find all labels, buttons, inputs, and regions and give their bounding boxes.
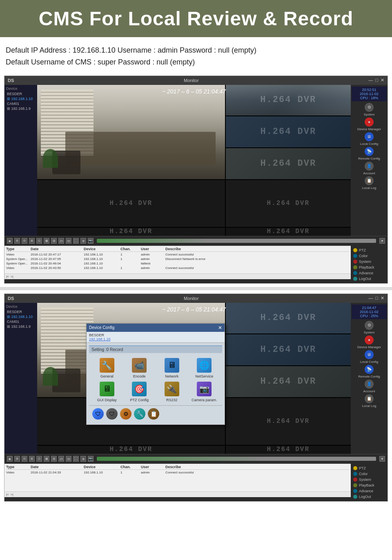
cms2-besder[interactable]: BESDER [6,309,36,314]
cms1-device2[interactable]: ⊞ 192.168.1.9 [6,106,36,111]
cms1-tb-grid4[interactable]: ⊡ [36,238,42,244]
cms2-advance-btn[interactable]: Advance [352,488,387,494]
cms1-btn-system[interactable]: ⚙ System [352,103,387,116]
cms2-dialog-inner-title: Setting :0 Record [89,345,222,353]
cms2-icon-network[interactable]: 🖥 Network [157,358,187,378]
cms1-btn-remote-config[interactable]: 📡 Remote Config [352,147,387,160]
cms2-system2-btn[interactable]: System [352,477,387,482]
cms2-device2[interactable]: ⊞ 192.168.1.9 [6,324,36,329]
cms1-tb-stop[interactable]: ■ [7,238,13,244]
cms2-tb-record[interactable]: ⊗ [80,456,86,462]
cms1-tb-grid6[interactable]: ▤ [51,238,57,244]
cms1-tb-scroll[interactable]: ▼ [379,238,385,244]
cms2-log-row1: Video 2016-11-02 21:04:33 192.168.1.10 1… [6,470,349,475]
cms2-controls[interactable]: — □ ✕ [368,296,384,301]
cms2-tb-stop[interactable]: ■ [7,456,13,462]
cms2-progress-bar[interactable] [97,457,376,461]
cms2-tb-grid1[interactable]: ⊞ [14,456,20,462]
cms2-btn-local-config[interactable]: 🖥 Local Config [352,350,387,364]
cms1-tb-grid2[interactable]: ⊟ [22,238,27,244]
cms2-tb-grid3[interactable]: ⊠ [29,456,35,462]
cms1-ptz-btn[interactable]: PTZ [352,247,387,253]
cms2-cam01[interactable]: CAM01 [6,319,36,324]
cms1-color-btn[interactable]: Color [352,253,387,259]
cms1-device1[interactable]: ⊞ 192.168.1.10 [6,96,36,101]
cms2-tb-snapshot[interactable]: 📷 [88,456,94,462]
cms1-close[interactable]: ✕ [381,78,384,83]
cms1-logout-btn[interactable]: LogOut [352,276,387,282]
cms2-color-btn[interactable]: Color [352,471,387,477]
cms2-close[interactable]: ✕ [381,296,384,301]
cms2-icon-camera[interactable]: 📷 Camera param. [190,382,219,402]
cms1-playback-btn[interactable]: PlayBack [352,264,387,270]
cms1-advance-dot [353,271,357,275]
cms1-tb-36[interactable]: 36 [66,238,71,244]
cms1-system2-btn[interactable]: System [352,259,387,264]
cms2-icon-ptz[interactable]: 🎯 PTZ Config [125,382,154,402]
cms2-icon-encode[interactable]: 📹 Encode [125,358,154,378]
cms2-btn-remote-config[interactable]: 📡 Remote Config [352,365,387,378]
cms2-sidebar-right: 21:04:47 2016-11-02 CPU : 25% ⚙ System ●… [351,303,388,454]
cms2-logout-btn[interactable]: LogOut [352,494,387,500]
cms2-dbi-2[interactable]: 🛡 [106,408,118,420]
cms1-tb-grid1[interactable]: ⊞ [14,238,20,244]
cms1-progress-bar[interactable] [97,239,376,243]
cms1-remote-config-label: Remote Config [358,157,380,160]
cms2-tb-grid6[interactable]: ▤ [51,456,57,462]
cms2-tb-25[interactable]: 25 [58,456,64,462]
cms1-btn-local-config[interactable]: 🖥 Local Config [352,132,387,146]
cms1-dvr-wm4: H.264 DVR [110,200,152,207]
cms2-monitor: ~ 2017 – 6 – 05 21:04:47 [37,303,351,454]
cms2-icon-general[interactable]: 🔧 General [92,358,122,378]
cms2-icon-rs232[interactable]: 🔌 RS232 [157,382,187,402]
cms2-network-label: Network [165,374,178,378]
cms2-page-next[interactable]: >| [11,493,13,496]
cms2-dialog-close[interactable]: ✕ [218,325,222,331]
cms2-tb-grid4[interactable]: ⊡ [36,456,42,462]
cms2-playback-btn[interactable]: PlayBack [352,482,387,488]
cms2-ptz-btn[interactable]: PTZ [352,465,387,471]
cms1-cam01[interactable]: CAM01 [6,101,36,106]
cms2-dbi-5[interactable]: 📋 [148,408,159,420]
cms1-tb-grid5[interactable]: ▦ [44,238,49,244]
cms2-btn-device-manager[interactable]: ● Device Manager [352,336,387,349]
cms2-dbi-1[interactable]: 🛡 [92,408,104,420]
cms2-minimize[interactable]: — [368,296,373,301]
cms2-btn-local-log[interactable]: 📋 Local Log [352,394,387,408]
cms1-controls[interactable]: — □ ✕ [368,78,384,83]
cms2-icon-netservice[interactable]: 🌐 NetService [190,358,219,378]
cms1-tb-25[interactable]: 25 [58,238,64,244]
cms2-maximize[interactable]: □ [375,296,378,301]
cms2-log-col-describe: Describe [165,465,349,469]
log-device-2: 192.168.1.10 [84,257,120,261]
cms1-maximize[interactable]: □ [375,78,378,83]
cms2-dbi-3[interactable]: ⚙ [120,408,131,420]
cms1-btn-account[interactable]: 👤 Account [352,162,387,175]
cms2-dbi-4[interactable]: 🔧 [134,408,145,420]
cms1-btn-local-log[interactable]: 📋 Local Log [352,176,387,190]
cms1-advance-btn[interactable]: Advance [352,270,387,276]
cms2-system-icon: ⚙ [365,321,374,330]
cms2-tb-scroll[interactable]: ▼ [379,456,385,462]
cms1-tb-record[interactable]: ⊗ [80,238,86,244]
cms2-log-col-date: Date [31,465,84,469]
cms1-minimize[interactable]: — [368,78,373,83]
cms1-page-next[interactable]: >| [11,275,13,278]
cms2-tb-grid5[interactable]: ▦ [44,456,49,462]
cms2-tb-36[interactable]: 36 [66,456,71,462]
cms1-tb-fullscreen[interactable]: ⛶ [73,238,79,244]
cms1-besder[interactable]: BESDER [6,91,36,96]
cms2-btn-account[interactable]: 👤 Account [352,380,387,393]
cms2-device1[interactable]: ⊞ 192.168.1.10 [6,314,36,319]
cms1-tb-grid3[interactable]: ⊠ [29,238,35,244]
cms2-icon-gui[interactable]: 🖥 GUI Display [92,382,122,402]
log-date-3: 2016-11-02 20:46:04 [31,262,84,265]
cms1-tb-snapshot[interactable]: 📷 [88,238,94,244]
cms2-btn-system[interactable]: ⚙ System [352,321,387,334]
cms2-tb-fullscreen[interactable]: ⛶ [73,456,79,462]
cms1-btn-device-manager[interactable]: ● Device Manager [352,118,387,131]
cms2-tb-grid2[interactable]: ⊟ [22,456,27,462]
cms2-cam-bl4: H.264 DVR [226,446,351,453]
log-type-4: Video [6,266,31,270]
cms2-advance-dot [353,489,357,493]
